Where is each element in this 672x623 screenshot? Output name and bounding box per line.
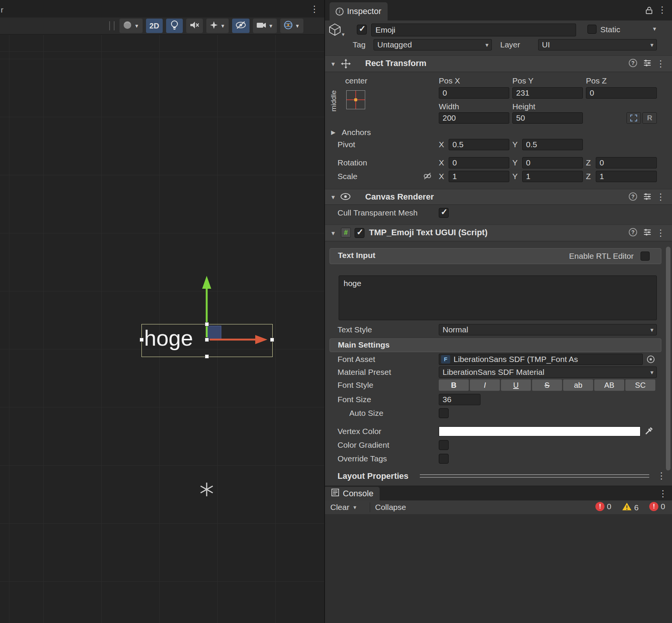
anchors-foldout-icon[interactable]: ▶	[331, 129, 336, 136]
uppercase-button[interactable]: AB	[594, 379, 624, 391]
component-menu-icon[interactable]: ⋮	[656, 59, 665, 68]
vertex-color-swatch[interactable]	[439, 426, 641, 436]
layout-properties-row[interactable]: Layout Properties ⋮	[325, 470, 672, 484]
gizmos-dropdown[interactable]: ▼	[280, 19, 303, 33]
lock-icon[interactable]	[645, 6, 654, 16]
smallcaps-button[interactable]: SC	[625, 379, 655, 391]
static-dropdown-icon[interactable]: ▼	[652, 26, 657, 32]
raw-edit-mode-button[interactable]: R	[642, 112, 657, 124]
pivot-y-field[interactable]: 0.5	[522, 139, 583, 150]
font-size-field[interactable]: 36	[439, 394, 480, 405]
foldout-icon[interactable]: ▼	[330, 194, 336, 200]
console-toolbar: Clear ▼ Collapse ! 0 6 ! 0	[325, 500, 672, 514]
lowercase-button[interactable]: ab	[563, 379, 593, 391]
color-gradient-checkbox[interactable]	[439, 440, 449, 450]
collapse-button[interactable]: Collapse	[373, 500, 408, 514]
rect-transform-header[interactable]: ▼ Rect Transform ? ⋮	[325, 55, 672, 72]
scene-lighting-button[interactable]	[166, 19, 183, 33]
height-field[interactable]: 50	[512, 112, 583, 124]
pivot-x-field[interactable]: 0.5	[449, 139, 509, 150]
component-menu-icon[interactable]: ⋮	[656, 228, 665, 238]
clear-button[interactable]: Clear ▼	[328, 500, 360, 514]
camera-dropdown[interactable]: ▼	[253, 19, 277, 33]
italic-button[interactable]: I	[470, 379, 500, 391]
main-settings-section-bar[interactable]: Main Settings	[330, 338, 661, 352]
warning-count: 6	[634, 503, 639, 512]
anchor-preset-widget[interactable]	[346, 90, 365, 109]
inspector-scrollbar[interactable]	[666, 247, 670, 470]
scale-y-field[interactable]: 1	[522, 171, 583, 182]
rotation-x-field[interactable]: 0	[449, 157, 509, 168]
strikethrough-button[interactable]: S	[532, 379, 562, 391]
layer-dropdown[interactable]: UI	[538, 39, 657, 50]
component-enabled-checkbox[interactable]	[355, 228, 364, 238]
material-preset-dropdown[interactable]: LiberationSans SDF Material	[439, 367, 657, 378]
object-picker-icon[interactable]	[646, 354, 656, 366]
component-menu-icon[interactable]: ⋮	[656, 192, 665, 201]
scene-audio-button[interactable]	[186, 19, 203, 33]
text-input-section-bar[interactable]: Text Input Enable RTL Editor	[330, 248, 661, 264]
canvas-renderer-header[interactable]: ▼ Canvas Renderer ? ⋮	[325, 189, 672, 205]
rotation-y-field[interactable]: 0	[522, 157, 583, 168]
console-log-area[interactable]	[325, 514, 672, 623]
rotation-z-field[interactable]: 0	[596, 157, 657, 168]
help-icon[interactable]: ?	[629, 59, 637, 67]
pos-x-field[interactable]: 0	[439, 87, 509, 99]
resize-handle-right[interactable]	[270, 338, 274, 342]
text-style-dropdown[interactable]: Normal	[439, 324, 657, 335]
tab-console[interactable]: Console	[325, 487, 380, 500]
scene-visibility-button[interactable]	[232, 19, 250, 33]
splitter-lines[interactable]	[420, 474, 649, 478]
material-preset-label: Material Preset	[338, 367, 391, 378]
resize-handle-left[interactable]	[140, 338, 144, 342]
cull-transparent-mesh-label: Cull Transparent Mesh	[338, 207, 418, 219]
resize-handle-bottom[interactable]	[205, 354, 209, 359]
inspector-menu-icon[interactable]: ⋮	[658, 5, 667, 14]
eyedropper-icon[interactable]	[644, 426, 654, 437]
tag-dropdown[interactable]: Untagged	[374, 39, 492, 50]
link-scale-icon[interactable]	[423, 171, 432, 182]
presets-icon[interactable]	[643, 192, 652, 202]
foldout-icon[interactable]: ▼	[330, 61, 336, 67]
scale-z-field[interactable]: 1	[596, 171, 657, 182]
shading-mode-dropdown[interactable]: ▼	[119, 19, 143, 33]
text-input-area[interactable]: hoge	[339, 275, 657, 320]
font-asset-object-field[interactable]: F LiberationSans SDF (TMP_Font As	[439, 354, 643, 365]
static-checkbox[interactable]	[587, 25, 597, 34]
error-count-badge[interactable]: ! 0	[649, 502, 665, 511]
gameobject-name-field[interactable]	[371, 24, 576, 36]
enable-rtl-checkbox[interactable]	[641, 252, 650, 261]
gameobject-active-checkbox[interactable]	[357, 25, 367, 35]
underline-button[interactable]: U	[501, 379, 531, 391]
chevron-down-icon[interactable]: ▼	[341, 32, 345, 37]
section-menu-icon[interactable]: ⋮	[657, 471, 666, 480]
presets-icon[interactable]	[643, 228, 652, 238]
scene-menu-icon[interactable]: ⋮	[310, 5, 319, 14]
help-icon[interactable]: ?	[629, 228, 637, 236]
blueprint-mode-button[interactable]	[626, 112, 641, 124]
auto-size-checkbox[interactable]	[439, 408, 449, 418]
effects-dropdown[interactable]: ▼	[206, 19, 229, 33]
tmp-text-header[interactable]: ▼ # TMP_Emoji Text UGUI (Script) ? ⋮	[325, 225, 672, 241]
tab-inspector[interactable]: i Inspector	[330, 2, 388, 20]
resize-handle-top[interactable]	[205, 322, 209, 326]
override-tags-checkbox[interactable]	[439, 454, 449, 464]
help-icon[interactable]: ?	[629, 192, 637, 201]
bold-button[interactable]: B	[439, 379, 469, 391]
pos-y-field[interactable]: 231	[512, 87, 583, 99]
cull-transparent-mesh-checkbox[interactable]	[439, 208, 449, 218]
console-menu-icon[interactable]: ⋮	[658, 489, 667, 498]
warning-count-badge[interactable]: 6	[622, 502, 639, 513]
scene-viewport[interactable]: hoge	[0, 35, 324, 623]
toolbar-drag-handle[interactable]	[109, 21, 115, 30]
presets-icon[interactable]	[643, 59, 652, 69]
pos-z-field[interactable]: 0	[586, 87, 657, 99]
width-field[interactable]: 200	[439, 112, 509, 124]
chevron-down-icon: ▼	[352, 505, 357, 510]
info-count-badge[interactable]: ! 0	[595, 502, 611, 511]
mode-2d-button[interactable]: 2D	[146, 19, 163, 33]
foldout-icon[interactable]: ▼	[330, 230, 336, 236]
scale-x-field[interactable]: 1	[449, 171, 509, 182]
font-style-label: Font Style	[338, 379, 374, 391]
gizmo-origin-handle[interactable]	[205, 338, 209, 342]
